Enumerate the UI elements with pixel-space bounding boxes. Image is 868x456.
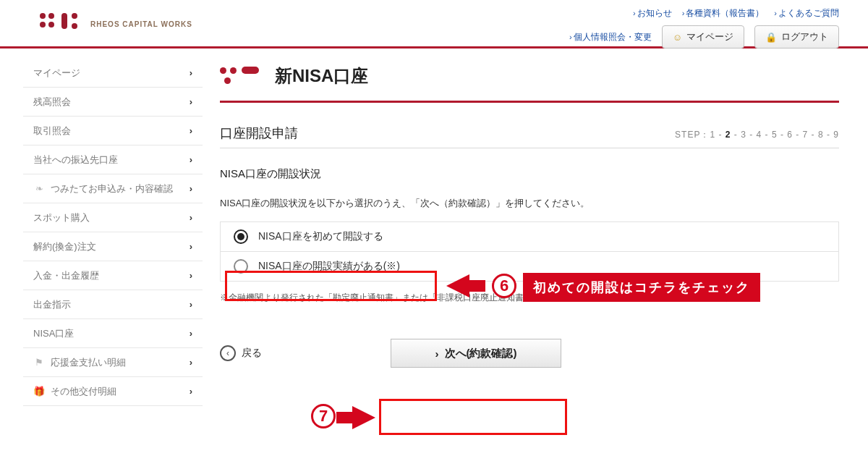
section-heading: NISA口座の開設状況 [220, 167, 839, 181]
sidebar-item-support-payments[interactable]: ⚑応援金支払い明細› [23, 348, 203, 377]
link-documents[interactable]: ›各種資料（報告書） [682, 7, 765, 20]
sidebar-item-transactions[interactable]: 取引照会› [23, 117, 203, 145]
annotation-highlight-next [379, 399, 567, 435]
link-faq[interactable]: ›よくあるご質問 [774, 7, 839, 20]
header-links: ›お知らせ ›各種資料（報告書） ›よくあるご質問 ›個人情報照会・変更 ☺ マ… [569, 7, 839, 48]
radio-icon [234, 229, 248, 244]
chevron-right-icon: › [190, 328, 192, 339]
main-content: 新NISA口座 口座開設申請 STEP：1 - 2 - 3 - 4 - 5 - … [203, 48, 839, 406]
sidebar-item-withdrawal[interactable]: 出金指示› [23, 290, 203, 319]
lock-icon: 🔒 [765, 32, 777, 43]
section-lead: NISA口座の開設状況を以下から選択のうえ、「次へ（約款確認）」を押してください… [220, 197, 839, 210]
brand-logo-mark [40, 13, 83, 35]
annotation-number-6: 6 [492, 274, 516, 298]
mypage-button[interactable]: ☺ マイページ [662, 25, 744, 48]
chevron-right-icon: › [190, 183, 192, 194]
annotation-number-7: 7 [311, 404, 336, 428]
chevron-right-icon: › [190, 212, 192, 223]
page-title: 新NISA口座 [275, 64, 368, 88]
sidebar-item-spot-buy[interactable]: スポット購入› [23, 203, 203, 232]
annotation-highlight-option1 [225, 271, 437, 301]
section-subtitle: 口座開設申請 [220, 124, 298, 142]
radio-option-first-time[interactable]: NISA口座を初めて開設する [221, 222, 838, 251]
back-button[interactable]: ‹ 戻る [220, 345, 262, 361]
sidebar-item-mypage[interactable]: マイページ› [23, 59, 203, 88]
chevron-right-icon: › [190, 299, 192, 310]
chevron-right-icon: › [190, 67, 192, 78]
sidebar-item-balance[interactable]: 残高照会› [23, 88, 203, 117]
form-actions: ‹ 戻る › 次へ(約款確認) [220, 339, 839, 368]
back-icon: ‹ [220, 345, 236, 361]
brand-name: RHEOS CAPITAL WORKS [90, 20, 192, 28]
chevron-right-icon: › [190, 386, 192, 397]
user-icon: ☺ [673, 32, 682, 43]
link-personal-info[interactable]: ›個人情報照会・変更 [569, 31, 652, 43]
sidebar-item-nisa[interactable]: NISA口座› [23, 319, 203, 348]
chevron-right-icon: › [190, 96, 192, 107]
brand-logo: RHEOS CAPITAL WORKS [40, 13, 192, 35]
gift-icon: 🎁 [33, 386, 45, 397]
annotation-label-6: 初めての開設はコチラをチェック [523, 273, 760, 302]
link-news[interactable]: ›お知らせ [633, 7, 672, 20]
chevron-right-icon: › [190, 270, 192, 281]
sidebar-item-other-details[interactable]: 🎁その他交付明細› [23, 377, 203, 406]
chevron-right-icon: › [435, 347, 439, 360]
title-underline [220, 101, 839, 103]
sidebar-item-transfer-account[interactable]: 当社への振込先口座› [23, 145, 203, 174]
next-button[interactable]: › 次へ(約款確認) [391, 339, 561, 368]
chevron-right-icon: › [190, 357, 192, 368]
flag-icon: ⚑ [33, 357, 45, 368]
step-indicator: STEP：1 - 2 - 3 - 4 - 5 - 6 - 7 - 8 - 9 [675, 129, 839, 141]
chevron-right-icon: › [190, 125, 192, 136]
header: RHEOS CAPITAL WORKS ›お知らせ ›各種資料（報告書） ›よく… [0, 0, 868, 46]
sidebar: マイページ› 残高照会› 取引照会› 当社への振込先口座› ❧つみたてお申込み・… [23, 48, 203, 406]
logout-button[interactable]: 🔒 ログアウト [754, 25, 839, 48]
chevron-right-icon: › [190, 241, 192, 252]
sidebar-item-tsumitate[interactable]: ❧つみたてお申込み・内容確認› [23, 174, 203, 203]
annotation-arrow-7 [352, 406, 375, 429]
title-ornament [220, 66, 260, 86]
chevron-right-icon: › [190, 154, 192, 165]
sidebar-item-redemption[interactable]: 解約(換金)注文› [23, 232, 203, 261]
sprout-icon: ❧ [33, 183, 45, 195]
annotation-arrow-6 [446, 274, 469, 297]
sidebar-item-deposit-history[interactable]: 入金・出金履歴› [23, 261, 203, 290]
radio-label: NISA口座を初めて開設する [258, 230, 383, 243]
